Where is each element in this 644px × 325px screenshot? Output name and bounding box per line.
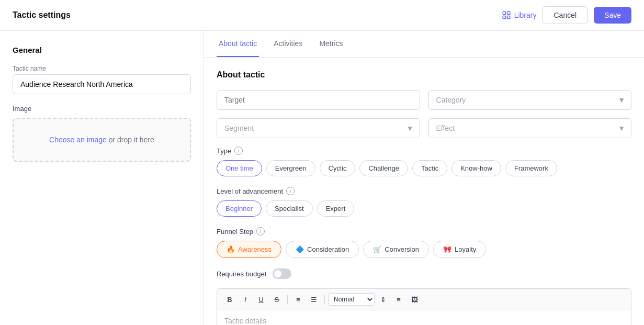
tab-content: About tactic Category ▼ Segment	[204, 58, 644, 325]
tactic-name-input[interactable]	[13, 74, 191, 94]
type-btn-framework[interactable]: Framework	[505, 160, 557, 176]
type-section: Type i One time Evergreen Cyclic Challen…	[217, 147, 631, 176]
funnel-info-icon: i	[256, 227, 265, 236]
effect-select[interactable]: Effect	[428, 118, 632, 138]
level-btn-group: Beginner Specialist Expert	[217, 200, 631, 217]
level-btn-beginner[interactable]: Beginner	[217, 200, 262, 217]
library-label: Library	[514, 11, 537, 19]
tab-metrics[interactable]: Metrics	[317, 31, 345, 57]
type-btn-cyclic[interactable]: Cyclic	[320, 160, 356, 176]
save-button[interactable]: Save	[594, 7, 631, 24]
content-area: About tactic Activities Metrics About ta…	[204, 31, 644, 325]
svg-rect-1	[507, 12, 510, 14]
underline-button[interactable]: U	[254, 292, 268, 307]
type-btn-challenge[interactable]: Challenge	[359, 160, 408, 176]
level-btn-specialist[interactable]: Specialist	[266, 200, 313, 217]
type-info-icon: i	[234, 147, 243, 155]
type-label: Type i	[217, 147, 631, 155]
toggle-slider	[273, 268, 291, 279]
conversion-label: Conversion	[385, 245, 419, 253]
requires-budget-toggle[interactable]	[273, 268, 291, 279]
italic-button[interactable]: I	[238, 292, 253, 307]
image-upload-area[interactable]: Choose an image or drop it here	[13, 118, 191, 162]
funnel-btn-awareness[interactable]: 🔥 Awareness	[217, 241, 281, 258]
tabs-nav: About tactic Activities Metrics	[204, 31, 644, 58]
type-btn-one-time[interactable]: One time	[217, 160, 262, 176]
header-actions: Library Cancel Save	[502, 6, 631, 24]
tab-activities[interactable]: Activities	[272, 31, 304, 57]
library-button[interactable]: Library	[502, 10, 537, 20]
awareness-icon: 🔥	[227, 245, 235, 253]
bold-button[interactable]: B	[222, 292, 237, 307]
target-wrap	[217, 90, 420, 110]
choose-image-link[interactable]: Choose an image	[49, 136, 107, 144]
level-info-icon: i	[286, 187, 295, 195]
awareness-label: Awareness	[238, 245, 272, 253]
image-insert-button[interactable]: 🖼	[407, 292, 422, 307]
target-category-row: Category ▼	[217, 90, 631, 110]
funnel-label: Funnel Step i	[217, 227, 631, 236]
editor-body[interactable]: Tactic details	[217, 310, 631, 325]
funnel-section: Funnel Step i 🔥 Awareness 🔷 Consideratio…	[217, 227, 631, 258]
consideration-icon: 🔷	[296, 245, 304, 253]
target-input[interactable]	[217, 90, 420, 110]
sidebar-section-title: General	[13, 46, 191, 54]
editor-wrap: B I U S ≡ ☰ Normal Heading 1 Heading 2 ⇕…	[217, 288, 631, 325]
cancel-button[interactable]: Cancel	[543, 6, 587, 24]
about-title: About tactic	[217, 70, 631, 80]
editor-toolbar: B I U S ≡ ☰ Normal Heading 1 Heading 2 ⇕…	[217, 289, 631, 310]
type-btn-group: One time Evergreen Cyclic Challenge Tact…	[217, 160, 631, 176]
level-btn-expert[interactable]: Expert	[317, 200, 355, 217]
level-label: Level of advancement i	[217, 187, 631, 195]
loyalty-label: Loyalty	[455, 245, 476, 253]
requires-budget-row: Requires budget	[217, 268, 631, 279]
toolbar-divider-1	[287, 295, 288, 304]
tactic-name-label: Tactic name	[13, 65, 191, 72]
image-label: Image	[13, 105, 191, 113]
funnel-btn-conversion[interactable]: 🛒 Conversion	[363, 241, 429, 258]
header: Tactic settings Library Cancel Save	[0, 0, 644, 31]
funnel-btn-loyalty[interactable]: 🎀 Loyalty	[433, 241, 486, 258]
svg-rect-0	[503, 12, 505, 14]
format-adjust-button[interactable]: ⇕	[376, 292, 390, 307]
tactic-name-field: Tactic name	[13, 65, 191, 94]
editor-placeholder: Tactic details	[224, 317, 266, 325]
type-btn-know-how[interactable]: Know-how	[451, 160, 501, 176]
svg-rect-3	[507, 16, 510, 19]
conversion-icon: 🛒	[373, 245, 381, 253]
sidebar: General Tactic name Image Choose an imag…	[0, 31, 204, 325]
image-field: Image Choose an image or drop it here	[13, 105, 191, 162]
unordered-list-button[interactable]: ☰	[307, 292, 321, 307]
strikethrough-button[interactable]: S	[269, 292, 284, 307]
ordered-list-button[interactable]: ≡	[291, 292, 306, 307]
align-button[interactable]: ≡	[391, 292, 406, 307]
page-title: Tactic settings	[13, 10, 71, 20]
loyalty-icon: 🎀	[443, 245, 451, 253]
tab-about[interactable]: About tactic	[217, 31, 259, 57]
toolbar-divider-2	[324, 295, 325, 304]
svg-rect-2	[503, 16, 505, 19]
format-select[interactable]: Normal Heading 1 Heading 2	[328, 293, 375, 306]
level-section: Level of advancement i Beginner Speciali…	[217, 187, 631, 217]
funnel-btn-consideration[interactable]: 🔷 Consideration	[286, 241, 359, 258]
segment-effect-row: Segment ▼ Effect ▼	[217, 118, 631, 138]
library-icon	[502, 10, 511, 20]
type-btn-tactic[interactable]: Tactic	[412, 160, 447, 176]
type-btn-evergreen[interactable]: Evergreen	[266, 160, 315, 176]
category-select[interactable]: Category	[428, 90, 632, 110]
funnel-btn-group: 🔥 Awareness 🔷 Consideration 🛒 Conversion…	[217, 241, 631, 258]
effect-wrap: Effect ▼	[428, 118, 632, 138]
main-layout: General Tactic name Image Choose an imag…	[0, 31, 644, 325]
category-wrap: Category ▼	[428, 90, 632, 110]
drop-text: or drop it here	[107, 136, 154, 144]
consideration-label: Consideration	[307, 245, 349, 253]
segment-select[interactable]: Segment	[217, 118, 420, 138]
segment-wrap: Segment ▼	[217, 118, 420, 138]
requires-budget-label: Requires budget	[217, 270, 266, 278]
